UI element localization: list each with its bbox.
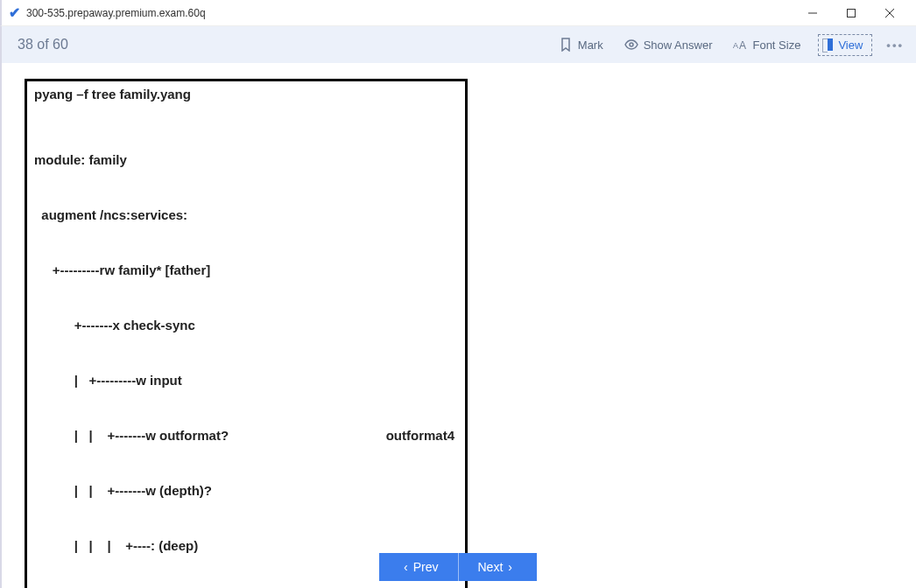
chevron-right-icon: › <box>508 560 512 574</box>
minimize-button[interactable] <box>793 1 832 25</box>
tree-line: augment /ncs:services: <box>34 206 458 224</box>
tree-line: module: family <box>34 150 458 169</box>
maximize-button[interactable] <box>832 1 870 25</box>
view-label: View <box>838 38 863 52</box>
svg-point-4 <box>630 43 633 46</box>
exhibit-box: pyang –f tree family.yang module: family… <box>25 79 468 588</box>
footer-nav: ‹ Prev Next › <box>0 553 916 581</box>
svg-rect-1 <box>848 9 856 17</box>
font-size-button[interactable]: AA Font Size <box>733 38 800 52</box>
close-button[interactable] <box>870 1 909 25</box>
tree-line: +---------rw family* [father] <box>34 261 458 279</box>
tree-line: | | +-------w outformat? outformat4 <box>34 426 458 444</box>
tree-line: | | +-------w (depth)? <box>34 481 458 500</box>
progress-label: 38 of 60 <box>18 37 68 52</box>
exhibit-command: pyang –f tree family.yang <box>34 87 458 102</box>
view-icon <box>828 38 833 51</box>
prev-button[interactable]: ‹ Prev <box>379 553 458 581</box>
font-size-label: Font Size <box>752 38 800 52</box>
mark-label: Mark <box>578 38 603 52</box>
tree-line: | +---------w input <box>34 371 458 389</box>
window-title: 300-535.prepaway.premium.exam.60q <box>26 7 206 19</box>
prev-label: Prev <box>413 560 439 574</box>
show-answer-button[interactable]: Show Answer <box>624 38 713 52</box>
view-button[interactable]: View <box>818 34 872 56</box>
svg-text:A: A <box>739 39 746 52</box>
chevron-left-icon: ‹ <box>404 560 408 574</box>
content-area: pyang –f tree family.yang module: family… <box>0 63 916 588</box>
exhibit-tree: module: family augment /ncs:services: +-… <box>34 114 458 588</box>
eye-icon <box>624 38 638 52</box>
mark-button[interactable]: Mark <box>559 38 603 52</box>
tree-line: +-------x check-sync <box>34 316 458 334</box>
svg-text:A: A <box>733 41 738 50</box>
next-button[interactable]: Next › <box>459 553 537 581</box>
font-size-icon: AA <box>733 38 747 52</box>
show-answer-label: Show Answer <box>644 38 713 52</box>
next-label: Next <box>478 560 504 574</box>
more-button[interactable]: ••• <box>886 38 904 52</box>
toolbar: 38 of 60 Mark Show Answer AA Font Size V… <box>0 26 916 63</box>
bookmark-icon <box>559 38 573 52</box>
app-icon: ✔ <box>7 6 21 20</box>
titlebar: ✔ 300-535.prepaway.premium.exam.60q <box>0 0 916 26</box>
tree-line: | | | +----: (deep) <box>34 536 458 555</box>
